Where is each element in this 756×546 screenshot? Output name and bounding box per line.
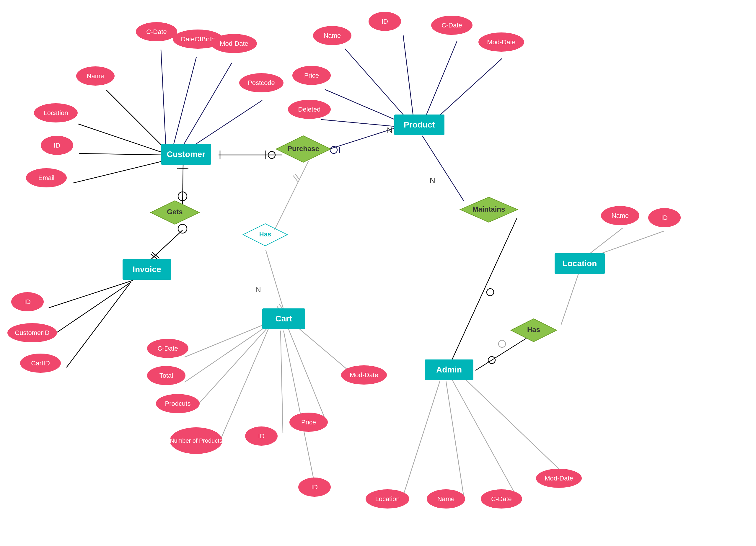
svg-point-59 xyxy=(178,224,187,233)
attr-cart-total: Total xyxy=(147,366,185,385)
attr-customer-cdate: C-Date xyxy=(136,22,177,41)
attr-cart-price: Price xyxy=(289,413,328,432)
product-entity: Product xyxy=(394,115,444,135)
attr-product-id: ID xyxy=(369,12,401,31)
attr-admin-cdate: C-Date xyxy=(481,489,522,508)
svg-line-1 xyxy=(171,57,196,154)
attr-customer-email: Email xyxy=(26,168,67,188)
attr-invoice-customerid: CustomerID xyxy=(7,323,57,342)
svg-line-0 xyxy=(161,50,166,155)
svg-line-53 xyxy=(291,322,353,374)
attr-product-name: Name xyxy=(313,26,351,45)
svg-text:Has: Has xyxy=(259,231,271,238)
attr-customer-moddate: Mod-Date xyxy=(211,34,257,53)
attr-product-moddate: Mod-Date xyxy=(478,32,524,52)
attr-location-id: ID xyxy=(648,208,681,227)
attr-invoice-id: ID xyxy=(11,292,44,311)
attr-cart-numproducts: Number of Products xyxy=(170,427,222,454)
svg-line-40 xyxy=(275,161,309,230)
attr-cart-products: Prodcuts xyxy=(156,394,200,413)
svg-line-6 xyxy=(79,154,164,155)
invoice-entity: Invoice xyxy=(123,259,171,280)
svg-line-56 xyxy=(446,381,464,496)
svg-line-12 xyxy=(325,89,402,123)
attr-product-price: Price xyxy=(292,66,331,85)
attr-admin-name: Name xyxy=(427,489,465,508)
attr-cart-cdate: C-Date xyxy=(147,339,188,358)
attr-product-cdate: C-Date xyxy=(431,16,473,35)
svg-line-21 xyxy=(66,283,130,367)
svg-line-55 xyxy=(403,381,440,496)
svg-text:N: N xyxy=(430,176,435,185)
admin-entity: Admin xyxy=(425,359,473,380)
svg-line-51 xyxy=(281,330,283,433)
svg-line-8 xyxy=(345,49,408,120)
svg-line-3 xyxy=(186,100,262,151)
attr-location-name: Name xyxy=(601,206,639,225)
attr-cart-subid: ID xyxy=(298,477,331,497)
svg-line-49 xyxy=(195,323,272,408)
svg-line-11 xyxy=(434,58,502,120)
svg-line-58 xyxy=(461,375,567,477)
attr-cart-id: ID xyxy=(245,426,278,446)
attr-cart-moddate: Mod-Date xyxy=(341,365,387,384)
svg-line-19 xyxy=(49,280,133,308)
location-entity: Location xyxy=(555,253,605,274)
cart-entity: Cart xyxy=(262,308,305,329)
svg-text:N: N xyxy=(255,285,261,294)
svg-point-64 xyxy=(498,340,506,347)
svg-line-30 xyxy=(422,136,464,201)
attr-customer-name: Name xyxy=(76,66,115,86)
svg-point-33 xyxy=(487,288,494,296)
attr-customer-location: Location xyxy=(34,103,78,123)
attr-admin-location: Location xyxy=(366,489,409,508)
svg-line-5 xyxy=(78,124,165,154)
svg-line-10 xyxy=(425,41,457,118)
svg-text:N: N xyxy=(387,126,392,135)
svg-text:Maintains: Maintains xyxy=(473,205,505,213)
svg-line-32 xyxy=(452,219,517,360)
svg-line-43 xyxy=(266,250,283,309)
svg-text:Has: Has xyxy=(527,325,540,333)
attr-customer-postcode: Postcode xyxy=(239,73,283,92)
svg-text:Purchase: Purchase xyxy=(287,145,319,153)
svg-line-7 xyxy=(73,161,164,183)
svg-line-20 xyxy=(50,282,131,337)
customer-entity: Customer xyxy=(161,144,211,165)
svg-line-54 xyxy=(283,330,315,483)
attr-product-deleted: Deleted xyxy=(288,100,331,119)
attr-invoice-cartid: CartID xyxy=(20,353,61,373)
svg-line-9 xyxy=(403,35,413,118)
attr-customer-id: ID xyxy=(41,136,73,155)
svg-text:Gets: Gets xyxy=(167,208,183,216)
svg-line-52 xyxy=(288,327,326,420)
svg-line-4 xyxy=(106,90,167,151)
attr-admin-moddate: Mod-Date xyxy=(536,469,582,488)
